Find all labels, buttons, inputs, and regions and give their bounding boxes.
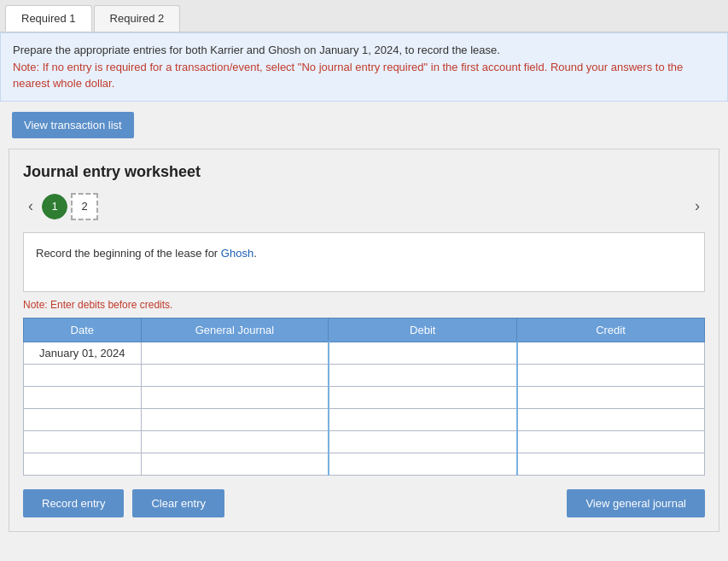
debit-input-4[interactable] xyxy=(329,410,516,430)
table-row xyxy=(24,408,705,430)
gj-input-1[interactable] xyxy=(142,343,328,363)
instructions-main-text: Prepare the appropriate entries for both… xyxy=(13,44,500,56)
col-header-general-journal: General Journal xyxy=(141,318,329,342)
row-debit-3[interactable] xyxy=(329,386,517,408)
debit-input-5[interactable] xyxy=(329,432,516,452)
col-header-date: Date xyxy=(24,318,142,342)
row-date-2 xyxy=(24,364,142,386)
row-credit-6[interactable] xyxy=(517,453,705,475)
tab-required-2[interactable]: Required 2 xyxy=(94,5,181,32)
table-row xyxy=(24,386,705,408)
action-buttons: Record entry Clear entry View general jo… xyxy=(23,489,705,517)
credit-input-6[interactable] xyxy=(518,454,704,474)
gj-input-2[interactable] xyxy=(142,365,328,385)
row-credit-3[interactable] xyxy=(517,386,705,408)
row-debit-1[interactable] xyxy=(329,342,517,364)
gj-input-3[interactable] xyxy=(142,388,328,407)
col-header-debit: Debit xyxy=(329,318,517,342)
row-gj-1[interactable] xyxy=(141,342,329,364)
debit-input-6[interactable] xyxy=(329,454,516,474)
row-debit-6[interactable] xyxy=(329,453,517,475)
prev-arrow[interactable]: ‹ xyxy=(23,196,38,217)
row-date-5 xyxy=(24,430,142,453)
row-debit-4[interactable] xyxy=(329,408,517,430)
view-general-journal-button[interactable]: View general journal xyxy=(567,489,705,517)
debit-input-2[interactable] xyxy=(329,365,516,385)
worksheet-card: Journal entry worksheet ‹ 1 2 › Record t… xyxy=(9,149,719,532)
col-header-credit: Credit xyxy=(517,318,705,342)
table-row: January 01, 2024 xyxy=(24,342,705,364)
row-gj-5[interactable] xyxy=(141,430,329,453)
credit-input-5[interactable] xyxy=(518,432,704,452)
row-date-3 xyxy=(24,386,142,408)
row-credit-1[interactable] xyxy=(517,342,705,364)
tab-bar: Required 1 Required 2 xyxy=(0,0,728,32)
description-text: Record the beginning of the lease for Gh… xyxy=(36,247,257,260)
table-row xyxy=(24,364,705,386)
description-box: Record the beginning of the lease for Gh… xyxy=(23,232,705,292)
description-highlight: Ghosh xyxy=(221,247,253,260)
row-date-1: January 01, 2024 xyxy=(24,342,142,364)
page-1-btn[interactable]: 1 xyxy=(42,194,67,219)
row-date-4 xyxy=(24,408,142,430)
gj-input-6[interactable] xyxy=(142,454,328,474)
debit-input-3[interactable] xyxy=(329,388,516,407)
row-date-6 xyxy=(24,453,142,475)
table-row xyxy=(24,430,705,453)
note-text: Note: Enter debits before credits. xyxy=(23,299,705,311)
row-gj-6[interactable] xyxy=(141,453,329,475)
worksheet-title: Journal entry worksheet xyxy=(23,163,705,181)
row-credit-5[interactable] xyxy=(517,430,705,453)
row-debit-2[interactable] xyxy=(329,364,517,386)
gj-input-5[interactable] xyxy=(142,432,328,452)
row-credit-4[interactable] xyxy=(517,408,705,430)
debit-input-1[interactable] xyxy=(329,343,516,363)
row-gj-3[interactable] xyxy=(141,386,329,408)
record-entry-button[interactable]: Record entry xyxy=(23,489,124,517)
credit-input-1[interactable] xyxy=(518,343,704,363)
clear-entry-button[interactable]: Clear entry xyxy=(132,489,224,517)
credit-input-3[interactable] xyxy=(518,388,704,407)
row-debit-5[interactable] xyxy=(329,430,517,453)
instructions-note-text: Note: If no entry is required for a tran… xyxy=(13,61,683,91)
next-arrow[interactable]: › xyxy=(690,196,705,217)
row-gj-4[interactable] xyxy=(141,408,329,430)
table-row xyxy=(24,453,705,475)
credit-input-4[interactable] xyxy=(518,410,704,430)
row-gj-2[interactable] xyxy=(141,364,329,386)
instructions-panel: Prepare the appropriate entries for both… xyxy=(0,32,728,102)
view-transaction-button[interactable]: View transaction list xyxy=(12,112,134,138)
page-2-btn[interactable]: 2 xyxy=(71,193,98,220)
journal-table: Date General Journal Debit Credit Januar… xyxy=(23,318,705,476)
pagination: ‹ 1 2 › xyxy=(23,193,705,220)
tab-required-1[interactable]: Required 1 xyxy=(5,5,92,32)
credit-input-2[interactable] xyxy=(518,365,704,385)
row-credit-2[interactable] xyxy=(517,364,705,386)
gj-input-4[interactable] xyxy=(142,410,328,430)
